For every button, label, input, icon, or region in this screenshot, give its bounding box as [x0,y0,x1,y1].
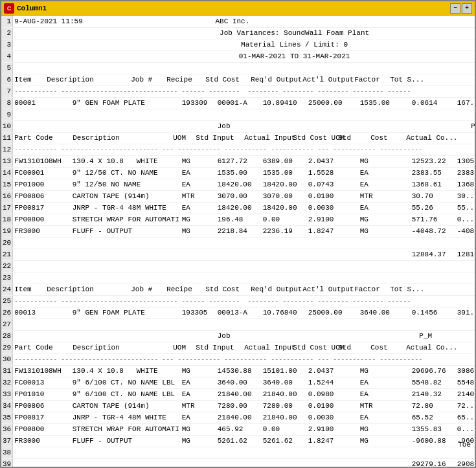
row-num: 27 [1,318,13,330]
separator-row: ----------- ----------------------------… [13,85,475,97]
maximize-button[interactable]: + [462,3,472,14]
act-cost: 1368.... [456,179,475,190]
spreadsheet-area[interactable]: 1 9-AUG-2021 11:59 ABC Inc. 2 [1,16,475,467]
act-input: 2236.19 [262,225,307,237]
row-num: 7 [1,85,13,97]
row-num: 9 [1,109,13,120]
row-num: 14 [1,167,13,179]
row-num: 32 [1,377,13,388]
table-row: 6 ItemDescriptionJob #RecipeStd CostReq'… [1,74,475,85]
act-input: 21840.00 [262,388,307,400]
std-cost: 1.5528 [307,167,359,179]
row-num: 4 [1,50,13,62]
col-headers-row1: ItemDescriptionJob #RecipeStd CostReq'd … [13,74,475,85]
act-input: 7280.00 [262,400,307,412]
part-code: FC00001 [13,167,71,179]
item-tot: 167... [456,97,475,109]
table-row: 12 ----------- -------------------------… [1,144,475,155]
title-bar: C Column1 − + [1,1,475,16]
item-std-cost: 10.89410 [262,97,307,109]
std-cost-val: 2383.55 [411,167,456,179]
std-cost-val: 72.80 [411,400,456,412]
part-desc: CARTON TAPE (914m) [71,190,181,202]
table-row: 25 ----------- -------------------------… [1,295,475,307]
act-input: 0.00 [262,423,307,435]
part-desc: 130.4 X 10.8 WHITE [71,365,181,377]
item-description: 9" GEN FOAM PLATE [71,307,181,318]
std-input: 21840.00 [216,388,262,400]
std-cost-val: 2140.32 [411,388,456,400]
part-uom: EA [181,179,216,190]
total-std-2: 29279.16 [411,458,456,467]
table-row: 17 FP00817 JNRP - TGR-4 48M WHITE EA 184… [1,202,475,214]
row-num: 19 [1,225,13,237]
std-input: 7280.00 [216,400,262,412]
row-num: 24 [1,284,13,295]
part-code: FP00806 [13,190,71,202]
row-num: 8 [1,97,13,109]
part-code: FW13101O8WH [13,155,71,167]
std-cost: 2.0437 [307,365,359,377]
row-num: 3 [1,39,13,50]
separator: ----------- ------------------------- --… [13,144,475,155]
row-num: 21 [1,249,13,260]
table-row: 26 00013 9" GEN FOAM PLATE 193305 00013-… [1,307,475,318]
std-input: 196.48 [216,214,262,225]
part-uom: MTR [181,190,216,202]
std-cost: 2.9100 [307,214,359,225]
table-row: 11 Part CodeDescriptionUOMStd InputActua… [1,132,475,144]
std-input: 21840.00 [216,412,262,423]
act-cost: 5548.... [456,377,475,388]
table-row: 8 00001 9" GEN FOAM PLATE 193309 00001-A… [1,97,475,109]
table-row: 21 12884.37 12814.... [1,249,475,260]
window-title: Column1 [17,5,47,12]
row-num: 16 [1,190,13,202]
table-row: 27 [1,318,475,330]
part-desc: 9" 12/50 CT. NO NAME [71,167,181,179]
std-cost: 0.0030 [307,412,359,423]
table-row: 24 ItemDescriptionJob #RecipeStd CostReq… [1,284,475,295]
detail-col-headers: Part CodeDescriptionUOMStd InputActual I… [13,132,475,144]
row-num: 34 [1,400,13,412]
act-cost: 55.... [456,202,475,214]
part-uom: MG [181,365,216,377]
std-cost-val: 30.70 [411,190,456,202]
part-uom: MG [181,225,216,237]
act-cost: 0.... [456,423,475,435]
empty-row [13,237,475,249]
table-row: 28 Job P_M [1,330,475,342]
job-label-2: Job [216,330,307,342]
std-cost: 1.8247 [307,435,359,447]
part-code: FP01000 [13,179,71,190]
std-input: 14530.88 [216,365,262,377]
table-row: 35 FP00817 JNRP - TGR-4 48M WHITE EA 218… [1,412,475,423]
row-num: 25 [1,295,13,307]
detail-col-headers-2: Part CodeDescriptionUOMStd InputActual I… [13,342,475,353]
item-factor: 0.0614 [411,97,456,109]
act-cost: 2140.... [456,388,475,400]
cost-uom: MG [359,423,411,435]
item-std-cost: 10.76840 [262,307,307,318]
empty-row [13,109,475,120]
row-num: 2 [1,27,13,39]
row-num: 37 [1,435,13,447]
item-actl-output: 1535.00 [359,97,411,109]
table-row: 38 [1,447,475,458]
cost-uom: MG [359,214,411,225]
act-input: 0.00 [262,214,307,225]
std-cost: 0.0100 [307,400,359,412]
main-window: C Column1 − + 1 9-AUG-2021 11:59 ABC Inc… [0,0,476,468]
cost-uom: EA [359,167,411,179]
row-num: 29 [1,342,13,353]
act-input: 21840.00 [262,412,307,423]
job-label: Job [216,120,359,132]
minimize-button[interactable]: − [450,3,460,14]
table-row: 4 01-MAR-2021 TO 31-MAR-2021 [1,50,475,62]
std-input: 18420.00 [216,202,262,214]
part-desc: CARTON TAPE (914m) [71,400,181,412]
row-num: 28 [1,330,13,342]
table-row: 10 Job P_M [1,120,475,132]
row-num: 36 [1,423,13,435]
act-input: 3070.00 [262,190,307,202]
header-line-2: Job Variances: SoundWall Foam Plant [13,27,475,39]
